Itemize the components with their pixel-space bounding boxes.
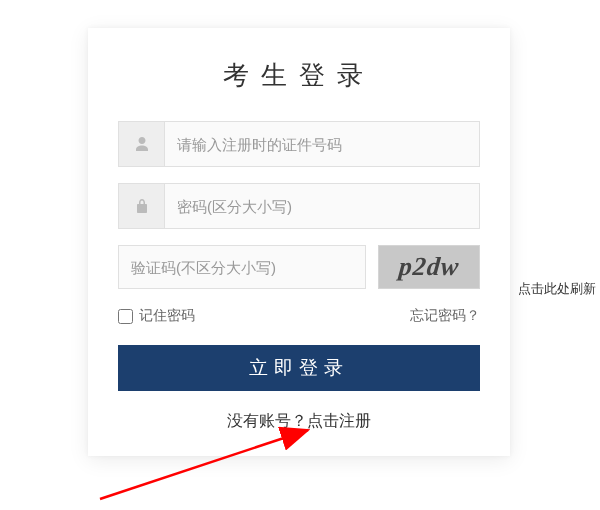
login-button[interactable]: 立即登录 xyxy=(118,345,480,391)
password-field-row xyxy=(118,183,480,229)
remember-checkbox-wrap[interactable]: 记住密码 xyxy=(118,307,195,325)
password-input[interactable] xyxy=(164,183,480,229)
captcha-input[interactable] xyxy=(118,245,366,289)
user-icon xyxy=(118,121,164,167)
register-link[interactable]: 没有账号？点击注册 xyxy=(118,411,480,432)
login-card: 考生登录 p2dw 记住密码 忘记密码？ 立即登录 没有账号？点击注册 xyxy=(88,28,510,456)
captcha-text: p2dw xyxy=(398,252,461,282)
forgot-password-link[interactable]: 忘记密码？ xyxy=(410,307,480,325)
remember-label: 记住密码 xyxy=(139,307,195,325)
id-field-row xyxy=(118,121,480,167)
options-row: 记住密码 忘记密码？ xyxy=(118,307,480,325)
refresh-captcha-link[interactable]: 点击此处刷新 xyxy=(518,280,596,298)
lock-icon xyxy=(118,183,164,229)
remember-checkbox[interactable] xyxy=(118,309,133,324)
captcha-row: p2dw xyxy=(118,245,480,289)
page-title: 考生登录 xyxy=(118,58,480,93)
captcha-image[interactable]: p2dw xyxy=(378,245,480,289)
id-input[interactable] xyxy=(164,121,480,167)
